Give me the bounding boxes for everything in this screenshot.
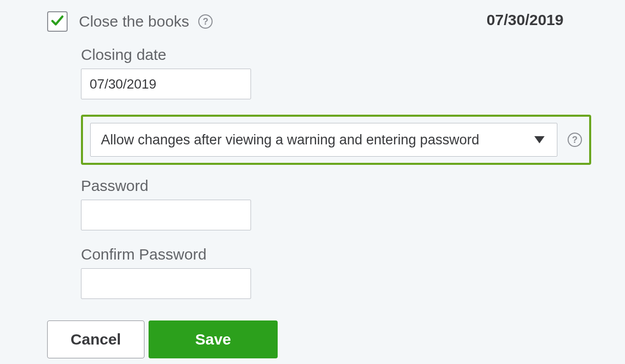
restriction-select-value: Allow changes after viewing a warning an… <box>101 132 479 148</box>
closing-date-input[interactable] <box>81 69 251 99</box>
save-button[interactable]: Save <box>149 320 278 358</box>
current-date-display: 07/30/2019 <box>487 11 564 29</box>
restriction-select[interactable]: Allow changes after viewing a warning an… <box>90 123 557 157</box>
help-icon[interactable]: ? <box>198 14 213 29</box>
svg-marker-0 <box>534 136 545 143</box>
confirm-password-label: Confirm Password <box>81 246 625 263</box>
checkmark-icon <box>51 14 64 29</box>
password-input[interactable] <box>81 200 251 230</box>
cancel-button[interactable]: Cancel <box>47 320 144 358</box>
close-books-checkbox[interactable] <box>47 11 68 32</box>
chevron-down-icon <box>534 136 545 143</box>
confirm-password-input[interactable] <box>81 268 251 299</box>
restriction-help-icon[interactable]: ? <box>568 133 582 147</box>
restriction-highlight: Allow changes after viewing a warning an… <box>81 115 591 165</box>
password-label: Password <box>81 177 625 195</box>
closing-date-label: Closing date <box>81 46 625 63</box>
close-books-label: Close the books <box>79 13 189 30</box>
